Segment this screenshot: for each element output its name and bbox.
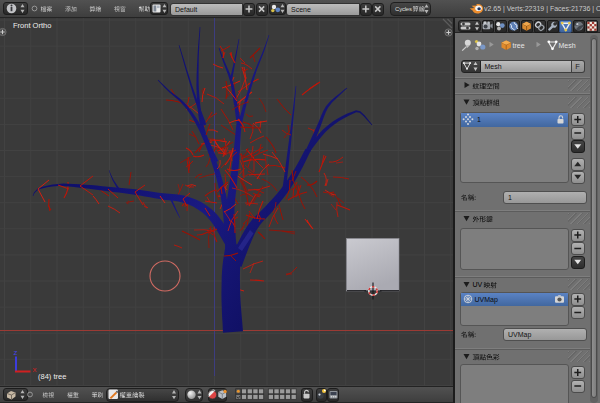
svg-text:z: z: [14, 348, 18, 357]
svg-text:x: x: [33, 365, 37, 374]
